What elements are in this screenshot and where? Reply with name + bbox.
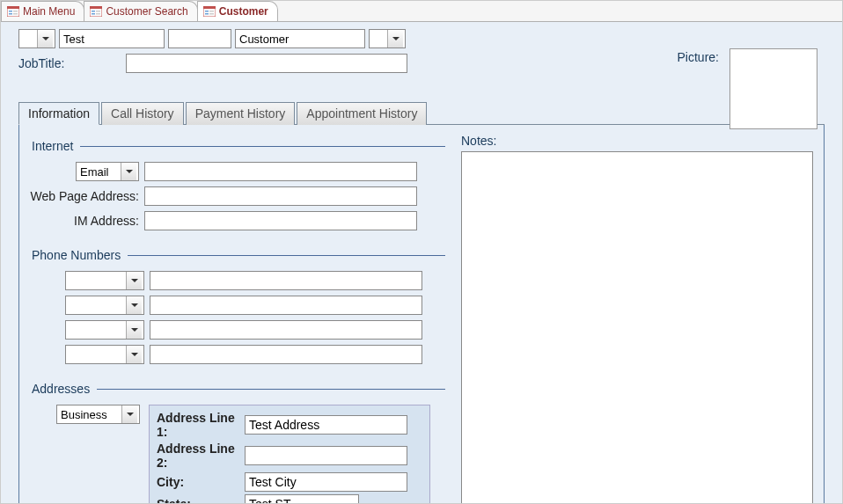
phone-number-input-2[interactable]	[150, 296, 422, 315]
svg-rect-10	[96, 11, 100, 12]
doc-tab-customer-search[interactable]: Customer Search	[84, 1, 197, 21]
phone-type-input[interactable]	[66, 272, 126, 289]
svg-rect-5	[13, 13, 18, 15]
chevron-down-icon[interactable]	[126, 321, 142, 339]
chevron-down-icon[interactable]	[37, 30, 53, 47]
document-tabs: Main Menu Customer Search Customer	[1, 1, 842, 22]
information-panel: Internet Web Page Address:	[18, 125, 825, 504]
addr-line2-label: Address Line 2:	[157, 442, 245, 470]
internet-legend: Internet	[30, 139, 80, 153]
chevron-down-icon[interactable]	[126, 296, 142, 314]
svg-rect-9	[92, 13, 95, 15]
suffix-input[interactable]	[370, 30, 387, 47]
email-type-combo[interactable]	[76, 162, 139, 181]
doc-tab-main-menu[interactable]: Main Menu	[1, 1, 84, 21]
addr-city-input[interactable]	[245, 472, 407, 492]
address-type-combo[interactable]	[56, 405, 140, 424]
form-icon	[203, 6, 216, 17]
picture-box[interactable]	[729, 48, 817, 129]
internet-group: Internet Web Page Address:	[30, 139, 445, 236]
chevron-down-icon[interactable]	[387, 30, 403, 47]
svg-rect-2	[9, 11, 12, 12]
addr-line1-input[interactable]	[245, 415, 407, 435]
tab-payment-history[interactable]: Payment History	[186, 102, 296, 125]
notes-label: Notes:	[461, 134, 813, 148]
address-group: Addresses Address Line 1:	[30, 382, 445, 504]
form-icon	[90, 6, 102, 17]
chevron-down-icon[interactable]	[126, 272, 142, 289]
job-title-input[interactable]	[126, 54, 407, 73]
svg-rect-14	[205, 11, 209, 12]
doc-tab-label: Customer	[219, 5, 268, 18]
tab-call-history[interactable]: Call History	[101, 102, 184, 125]
first-name-input[interactable]	[59, 29, 165, 48]
phone-number-input-4[interactable]	[150, 345, 422, 364]
chevron-down-icon[interactable]	[126, 346, 142, 363]
svg-rect-3	[9, 13, 12, 15]
email-type-input[interactable]	[77, 163, 121, 180]
addr-line1-label: Address Line 1:	[157, 411, 245, 439]
svg-rect-4	[13, 11, 18, 12]
picture-label: Picture:	[678, 50, 719, 64]
phone-type-combo-2[interactable]	[65, 296, 144, 315]
addr-state-input[interactable]	[245, 494, 359, 504]
detail-tabs: Information Call History Payment History…	[18, 101, 825, 125]
doc-tab-label: Customer Search	[106, 5, 187, 18]
svg-rect-11	[96, 13, 100, 15]
phone-number-input-1[interactable]	[150, 271, 422, 290]
svg-rect-17	[209, 13, 214, 15]
title-input[interactable]	[19, 30, 37, 47]
web-page-input[interactable]	[144, 186, 417, 206]
svg-rect-15	[205, 13, 209, 15]
addr-line2-input[interactable]	[245, 446, 407, 465]
address-panel: Address Line 1: Address Line 2: City:	[149, 405, 430, 504]
address-type-input[interactable]	[57, 405, 121, 423]
phone-type-input[interactable]	[66, 321, 126, 339]
im-input[interactable]	[144, 211, 417, 230]
svg-rect-7	[90, 6, 102, 9]
form-icon	[7, 6, 19, 17]
suffix-combo[interactable]	[369, 29, 406, 48]
doc-tab-customer[interactable]: Customer	[197, 1, 278, 21]
email-input[interactable]	[144, 162, 417, 181]
title-combo[interactable]	[18, 29, 55, 48]
web-page-label: Web Page Address:	[30, 189, 144, 203]
notes-textarea[interactable]	[461, 151, 813, 504]
phone-type-combo-3[interactable]	[65, 320, 144, 340]
svg-rect-13	[203, 6, 216, 9]
address-legend: Addresses	[30, 382, 97, 396]
phone-type-input[interactable]	[66, 296, 126, 314]
phone-type-combo-1[interactable]	[65, 271, 144, 290]
addr-city-label: City:	[157, 475, 245, 489]
last-name-input[interactable]	[235, 29, 365, 48]
phone-type-input[interactable]	[66, 346, 126, 363]
middle-name-input[interactable]	[168, 29, 231, 48]
svg-rect-8	[92, 11, 95, 12]
addr-state-label: State:	[157, 497, 245, 504]
tab-information[interactable]: Information	[18, 102, 99, 125]
svg-rect-16	[209, 11, 214, 12]
chevron-down-icon[interactable]	[121, 405, 137, 423]
phone-legend: Phone Numbers	[30, 248, 128, 262]
phone-number-input-3[interactable]	[150, 320, 422, 340]
phone-type-combo-4[interactable]	[65, 345, 144, 364]
phone-group: Phone Numbers	[30, 248, 445, 369]
svg-rect-1	[7, 6, 19, 9]
customer-name-row	[18, 29, 825, 48]
chevron-down-icon[interactable]	[121, 163, 136, 180]
tab-appointment-history[interactable]: Appointment History	[297, 102, 427, 125]
job-title-label: JobTitle:	[18, 56, 122, 70]
im-label: IM Address:	[30, 214, 144, 228]
doc-tab-label: Main Menu	[23, 5, 75, 18]
